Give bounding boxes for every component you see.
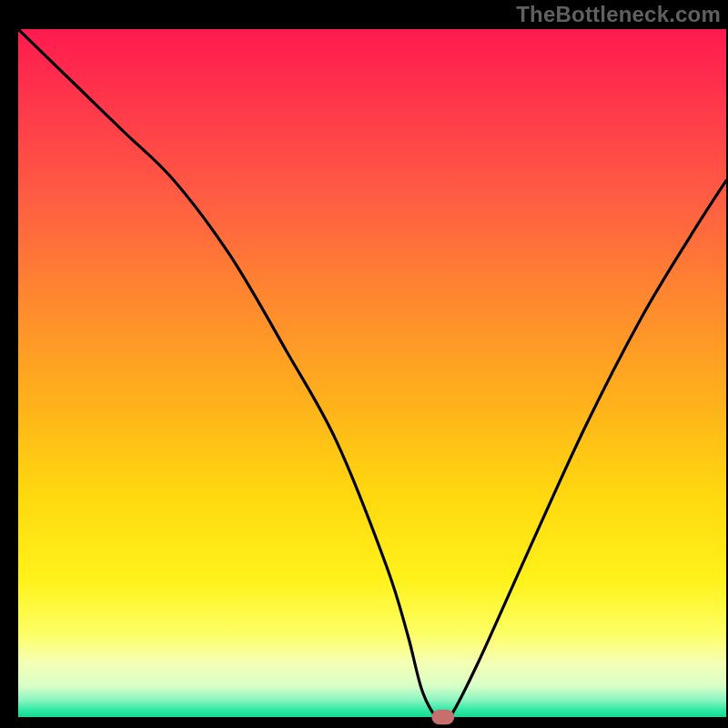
chart-svg — [0, 0, 728, 728]
watermark-text: TheBottleneck.com — [516, 2, 721, 27]
optimal-marker — [431, 710, 454, 725]
bottleneck-chart: TheBottleneck.com — [0, 0, 728, 728]
